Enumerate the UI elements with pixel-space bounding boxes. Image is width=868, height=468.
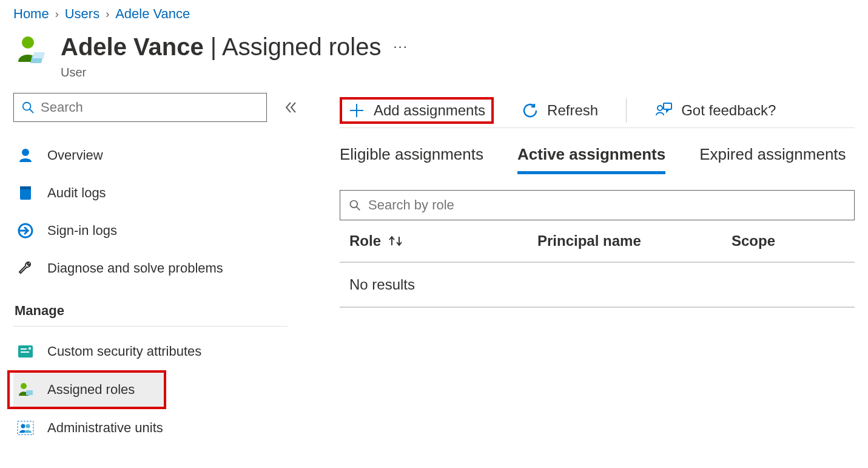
page-title-section: Assigned roles bbox=[222, 33, 381, 60]
tab-expired-assignments[interactable]: Expired assignments bbox=[699, 145, 846, 174]
svg-point-23 bbox=[351, 201, 358, 208]
sidebar-item-label: Audit logs bbox=[47, 185, 106, 201]
collapse-sidebar-button[interactable] bbox=[284, 100, 298, 115]
toolbar-divider bbox=[626, 98, 627, 123]
sidebar-group-manage: Manage bbox=[13, 287, 288, 327]
sidebar-search[interactable] bbox=[13, 93, 267, 122]
wrench-icon bbox=[16, 260, 35, 277]
user-avatar-icon bbox=[13, 34, 47, 66]
add-assignments-label: Add assignments bbox=[374, 102, 485, 119]
table-header: Role Principal name Scope bbox=[340, 220, 855, 263]
add-assignments-button[interactable]: Add assignments bbox=[340, 97, 494, 124]
book-icon bbox=[16, 185, 35, 201]
sidebar-item-custom-security-attributes[interactable]: Custom security attributes bbox=[13, 333, 315, 370]
more-button[interactable]: ··· bbox=[393, 39, 408, 53]
sidebar: Overview Audit logs Sign-in logs bbox=[13, 93, 315, 447]
chevron-right-icon: › bbox=[55, 8, 59, 21]
svg-point-17 bbox=[21, 424, 25, 429]
refresh-button[interactable]: Refresh bbox=[518, 98, 602, 123]
svg-point-21 bbox=[658, 106, 662, 110]
search-icon bbox=[349, 199, 361, 211]
sidebar-search-input[interactable] bbox=[41, 100, 259, 115]
breadcrumb-user[interactable]: Adele Vance bbox=[115, 6, 190, 22]
page-title-user: Adele Vance bbox=[61, 33, 204, 60]
role-search-input[interactable] bbox=[368, 197, 846, 213]
user-icon bbox=[16, 148, 35, 163]
svg-point-18 bbox=[26, 424, 30, 429]
admin-units-icon bbox=[16, 421, 35, 435]
svg-point-3 bbox=[23, 103, 31, 110]
svg-rect-11 bbox=[21, 348, 27, 350]
attributes-icon bbox=[16, 345, 35, 358]
sidebar-item-label: Custom security attributes bbox=[47, 344, 201, 359]
plus-icon bbox=[348, 102, 365, 119]
highlight-assigned-roles: Assigned roles bbox=[7, 370, 166, 409]
signin-icon bbox=[16, 222, 35, 239]
breadcrumb-users[interactable]: Users bbox=[65, 6, 99, 22]
column-role[interactable]: Role bbox=[349, 232, 381, 249]
svg-rect-2 bbox=[33, 52, 45, 58]
toolbar: Add assignments Refresh Got fe bbox=[340, 93, 855, 128]
sidebar-item-assigned-roles[interactable]: Assigned roles bbox=[13, 373, 164, 407]
sidebar-item-diagnose[interactable]: Diagnose and solve problems bbox=[13, 249, 315, 287]
svg-rect-22 bbox=[664, 103, 671, 109]
svg-point-13 bbox=[29, 347, 32, 350]
sidebar-item-administrative-units[interactable]: Administrative units bbox=[13, 409, 315, 447]
user-role-icon bbox=[16, 382, 35, 398]
breadcrumb-home[interactable]: Home bbox=[13, 6, 49, 22]
svg-rect-15 bbox=[26, 390, 33, 395]
feedback-button[interactable]: Got feedback? bbox=[651, 98, 779, 123]
column-principal-name[interactable]: Principal name bbox=[537, 232, 732, 249]
page-header: Adele Vance | Assigned roles ··· User bbox=[0, 25, 868, 93]
chevron-right-icon: › bbox=[106, 8, 109, 21]
tab-eligible-assignments[interactable]: Eligible assignments bbox=[340, 145, 483, 174]
svg-point-14 bbox=[21, 383, 27, 389]
sort-icon[interactable] bbox=[387, 234, 404, 248]
feedback-label: Got feedback? bbox=[681, 102, 776, 119]
column-scope[interactable]: Scope bbox=[732, 232, 845, 249]
breadcrumb: Home › Users › Adele Vance bbox=[0, 0, 868, 25]
sidebar-item-label: Assigned roles bbox=[47, 382, 135, 398]
assignment-tabs: Eligible assignments Active assignments … bbox=[340, 145, 855, 174]
svg-point-0 bbox=[22, 36, 34, 49]
role-search[interactable] bbox=[340, 190, 855, 220]
sidebar-item-overview[interactable]: Overview bbox=[13, 137, 315, 174]
sidebar-item-label: Diagnose and solve problems bbox=[47, 260, 223, 276]
refresh-label: Refresh bbox=[547, 102, 598, 119]
table-body: No results bbox=[340, 263, 855, 308]
sidebar-item-label: Administrative units bbox=[47, 420, 163, 436]
search-icon bbox=[21, 101, 35, 114]
main-content: Add assignments Refresh Got fe bbox=[315, 93, 855, 447]
svg-line-4 bbox=[30, 109, 33, 113]
no-results-label: No results bbox=[340, 263, 855, 308]
sidebar-item-label: Overview bbox=[47, 148, 103, 163]
svg-rect-7 bbox=[20, 186, 31, 189]
refresh-icon bbox=[522, 102, 539, 119]
feedback-icon bbox=[654, 102, 673, 119]
sidebar-item-label: Sign-in logs bbox=[47, 223, 117, 239]
page-subtitle: User bbox=[61, 66, 408, 80]
sidebar-item-signin-logs[interactable]: Sign-in logs bbox=[13, 212, 315, 249]
svg-rect-12 bbox=[21, 351, 29, 353]
sidebar-item-audit-logs[interactable]: Audit logs bbox=[13, 174, 315, 212]
tab-active-assignments[interactable]: Active assignments bbox=[517, 145, 665, 174]
svg-line-24 bbox=[357, 207, 360, 211]
svg-point-5 bbox=[22, 149, 29, 156]
